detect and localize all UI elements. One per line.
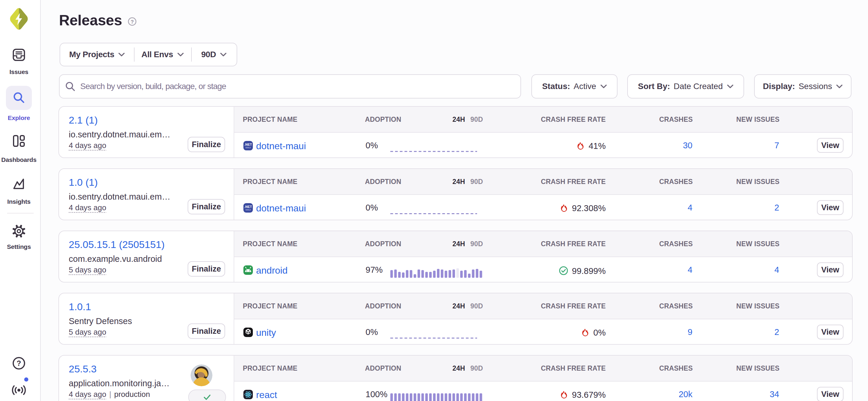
svg-text:MAUI: MAUI [245,208,251,211]
svg-text:.NET: .NET [244,205,252,208]
svg-text:MAUI: MAUI [245,146,251,149]
svg-text:.NET: .NET [244,143,252,146]
svg-text:?: ? [131,19,134,25]
svg-text:?: ? [17,359,21,367]
